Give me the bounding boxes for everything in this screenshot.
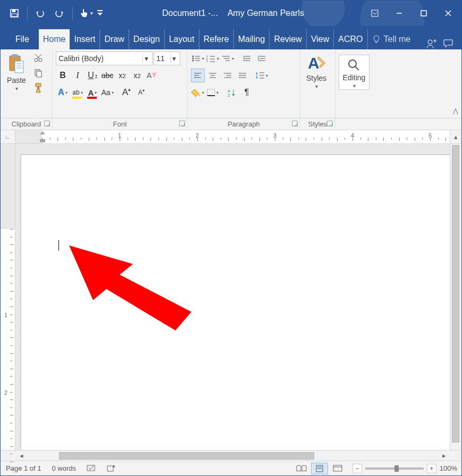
comments-icon[interactable] (442, 38, 454, 49)
ribbon-tabs: File Home Insert Draw Design Layout Refe… (1, 26, 461, 49)
zoom-in-button[interactable]: + (427, 464, 436, 473)
tab-home[interactable]: Home (39, 29, 70, 49)
underline-button[interactable]: U▾ (86, 69, 99, 82)
styles-dialog-launcher[interactable] (327, 121, 333, 126)
zoom-slider[interactable] (365, 468, 424, 470)
italic-button[interactable]: I (71, 69, 85, 82)
decrease-indent-button[interactable] (240, 52, 254, 65)
zoom-out-button[interactable]: − (352, 464, 362, 473)
tab-selector[interactable]: ∟ (1, 130, 15, 143)
word-count[interactable]: 0 words (47, 464, 82, 472)
tab-file[interactable]: File (11, 29, 39, 49)
vertical-ruler[interactable]: 1 2 (1, 144, 15, 450)
touch-mode-icon[interactable]: ▾ (77, 5, 94, 22)
save-icon[interactable] (6, 5, 23, 22)
svg-rect-6 (421, 11, 426, 16)
paste-button[interactable]: Paste ▾ (4, 52, 29, 118)
tab-view[interactable]: View (307, 29, 334, 49)
scroll-up-icon[interactable]: ▴ (450, 130, 461, 143)
shading-button[interactable]: ▾ (191, 86, 205, 99)
svg-marker-74 (69, 245, 191, 330)
superscript-button[interactable]: x2 (130, 69, 144, 82)
subscript-button[interactable]: x2 (115, 69, 129, 82)
svg-rect-3 (97, 10, 103, 11)
numbering-button[interactable]: 123▾ (206, 52, 220, 65)
horizontal-scrollbar[interactable]: ◂ ▸ (1, 450, 461, 461)
strikethrough-button[interactable]: abc (100, 69, 114, 82)
copy-icon[interactable] (31, 66, 45, 79)
sort-button[interactable]: AZ (225, 86, 239, 99)
group-editing: Editing ▾ (335, 49, 373, 118)
document-canvas[interactable] (15, 144, 450, 450)
collapse-ribbon-icon[interactable]: ⋀ (453, 107, 458, 115)
tab-references[interactable]: Refere (199, 29, 234, 49)
multilevel-list-button[interactable]: ▾ (221, 52, 234, 65)
clipboard-dialog-launcher[interactable] (44, 121, 50, 126)
zoom-level[interactable]: 100% (440, 464, 457, 472)
svg-point-77 (113, 465, 115, 468)
format-painter-icon[interactable] (31, 81, 45, 94)
svg-point-20 (39, 58, 42, 62)
svg-rect-76 (107, 466, 113, 471)
align-left-button[interactable] (191, 69, 205, 82)
web-layout-icon[interactable] (329, 463, 346, 474)
styles-button[interactable]: A Styles ▾ (304, 52, 329, 118)
document-area: 1 2 (1, 144, 461, 450)
tell-me[interactable]: Tell me (368, 29, 415, 49)
bold-button[interactable]: B (56, 69, 70, 82)
font-color-button[interactable]: A▾ (86, 86, 99, 99)
svg-rect-81 (333, 465, 342, 471)
scroll-right-icon[interactable]: ▸ (438, 452, 450, 460)
change-case-button[interactable]: Aa▾ (100, 86, 114, 99)
svg-point-10 (428, 40, 432, 44)
font-dialog-launcher[interactable] (179, 121, 185, 126)
print-layout-icon[interactable] (311, 463, 328, 474)
show-marks-button[interactable]: ¶ (240, 86, 254, 99)
text-effects-button[interactable]: A▾ (56, 86, 70, 99)
redo-icon[interactable] (51, 5, 68, 22)
read-mode-icon[interactable] (293, 463, 310, 474)
tab-mailings[interactable]: Mailing (234, 29, 270, 49)
proofing-icon[interactable] (81, 465, 102, 472)
bullets-button[interactable]: ▾ (191, 52, 205, 65)
line-spacing-button[interactable]: ▾ (255, 69, 268, 82)
horizontal-ruler[interactable]: ∟ 1 2 3 4 5 ▴ (1, 130, 461, 144)
ribbon-options-icon[interactable] (363, 3, 387, 24)
borders-button[interactable]: ▾ (206, 86, 220, 99)
tab-layout[interactable]: Layout (165, 29, 199, 49)
font-name-select[interactable]: Calibri (Body) ▾ (56, 52, 153, 65)
highlight-button[interactable]: ab▾ (71, 86, 85, 99)
paragraph-dialog-launcher[interactable] (292, 121, 298, 126)
tab-review[interactable]: Review (270, 29, 306, 49)
align-center-button[interactable] (206, 69, 220, 82)
minimize-icon[interactable] (387, 3, 411, 24)
vertical-scrollbar[interactable] (450, 144, 461, 450)
tab-design[interactable]: Design (129, 29, 165, 49)
scroll-left-icon[interactable]: ◂ (15, 452, 27, 460)
svg-text:A: A (147, 71, 152, 80)
tab-draw[interactable]: Draw (100, 29, 129, 49)
clear-formatting-icon[interactable]: A (145, 69, 159, 82)
svg-point-19 (35, 58, 38, 62)
page-indicator[interactable]: Page 1 of 1 (1, 464, 47, 472)
increase-indent-button[interactable] (255, 52, 268, 65)
tab-acrobat[interactable]: ACRO (334, 29, 367, 49)
font-size-select[interactable]: 11 ▾ (154, 52, 180, 65)
editing-button[interactable]: Editing ▾ (339, 55, 369, 90)
label-editing (335, 118, 461, 130)
align-right-button[interactable] (221, 69, 234, 82)
justify-button[interactable] (236, 69, 249, 82)
macro-recording-icon[interactable] (102, 465, 121, 472)
page[interactable] (21, 155, 450, 450)
maximize-icon[interactable] (411, 3, 436, 24)
shrink-font-button[interactable]: A▾ (135, 86, 148, 99)
cut-icon[interactable] (31, 52, 45, 64)
undo-icon[interactable] (32, 5, 49, 22)
tab-insert[interactable]: Insert (70, 29, 100, 49)
qat-customize-icon[interactable] (96, 5, 104, 22)
svg-rect-25 (36, 83, 41, 87)
group-clipboard: Paste ▾ (1, 49, 53, 118)
grow-font-button[interactable]: A▴ (120, 86, 133, 99)
share-icon[interactable] (425, 38, 437, 49)
close-icon[interactable] (436, 3, 460, 24)
